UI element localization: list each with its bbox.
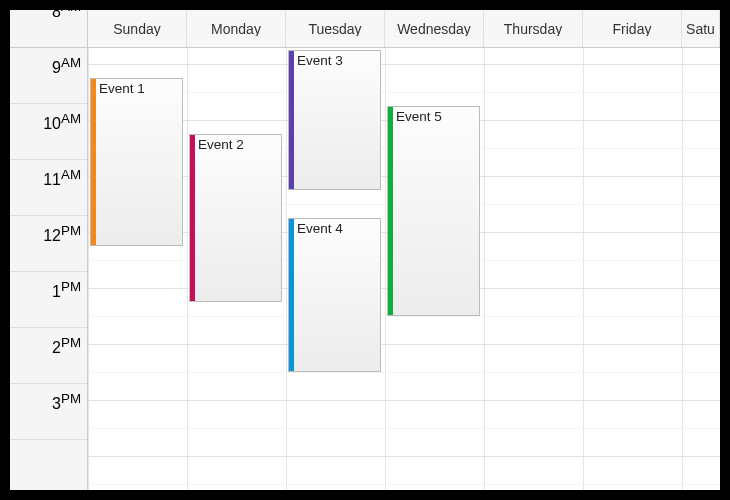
grid-row-line <box>88 344 720 345</box>
grid-col-line <box>286 48 287 490</box>
day-header[interactable]: Thursday <box>484 10 583 47</box>
day-header-label: Wednesday <box>397 21 471 37</box>
calendar-week-view[interactable]: SundayMondayTuesdayWednesdayThursdayFrid… <box>10 10 720 490</box>
day-header-label: Sunday <box>113 21 160 37</box>
calendar-event[interactable]: Event 3 <box>288 50 381 190</box>
grid-col-line <box>187 48 188 490</box>
day-header[interactable]: Friday <box>583 10 682 47</box>
grid-body[interactable]: Event 1Event 2Event 3Event 4Event 5 <box>88 48 720 490</box>
calendar-event[interactable]: Event 5 <box>387 106 480 316</box>
calendar-event[interactable]: Event 4 <box>288 218 381 372</box>
grid-row-line-half <box>88 428 720 429</box>
calendar-frame: SundayMondayTuesdayWednesdayThursdayFrid… <box>10 10 720 490</box>
event-title: Event 4 <box>297 221 343 236</box>
event-color-bar <box>289 219 294 371</box>
event-color-bar <box>190 135 195 301</box>
calendar-event[interactable]: Event 1 <box>90 78 183 246</box>
grid-col-line <box>583 48 584 490</box>
time-label: 12PM <box>43 223 81 245</box>
day-header[interactable]: Tuesday <box>286 10 385 47</box>
event-color-bar <box>91 79 96 245</box>
day-header[interactable]: Sunday <box>88 10 187 47</box>
day-header-row: SundayMondayTuesdayWednesdayThursdayFrid… <box>10 10 720 48</box>
time-label: 3PM <box>52 391 81 413</box>
day-header-label: Tuesday <box>308 21 361 37</box>
time-axis: 8AM9AM10AM11AM12PM1PM2PM3PM <box>10 48 88 490</box>
grid-row-line <box>88 400 720 401</box>
time-label: 8AM <box>52 10 81 21</box>
day-header[interactable]: Satu <box>682 10 720 47</box>
time-label: 11AM <box>43 167 81 189</box>
event-color-bar <box>289 51 294 189</box>
calendar-grid[interactable]: 8AM9AM10AM11AM12PM1PM2PM3PM Event 1Event… <box>10 48 720 490</box>
event-title: Event 2 <box>198 137 244 152</box>
grid-col-line <box>88 48 89 490</box>
grid-col-line <box>682 48 683 490</box>
day-header[interactable]: Monday <box>187 10 286 47</box>
grid-row-line <box>88 64 720 65</box>
day-header[interactable]: Wednesday <box>385 10 484 47</box>
time-label: 2PM <box>52 335 81 357</box>
day-header-label: Monday <box>211 21 261 37</box>
time-label: 10AM <box>43 111 81 133</box>
grid-col-line <box>385 48 386 490</box>
event-title: Event 1 <box>99 81 145 96</box>
grid-row-line-half <box>88 316 720 317</box>
grid-row-line-half <box>88 484 720 485</box>
grid-row-line-half <box>88 36 720 37</box>
event-title: Event 5 <box>396 109 442 124</box>
calendar-event[interactable]: Event 2 <box>189 134 282 302</box>
event-title: Event 3 <box>297 53 343 68</box>
event-color-bar <box>388 107 393 315</box>
day-header-label: Thursday <box>504 21 562 37</box>
grid-row-line-half <box>88 372 720 373</box>
grid-col-line <box>484 48 485 490</box>
time-cell <box>10 440 87 490</box>
time-label: 1PM <box>52 279 81 301</box>
time-label: 9AM <box>52 55 81 77</box>
day-header-label: Satu <box>686 21 715 37</box>
day-header-label: Friday <box>613 21 652 37</box>
grid-row-line <box>88 456 720 457</box>
